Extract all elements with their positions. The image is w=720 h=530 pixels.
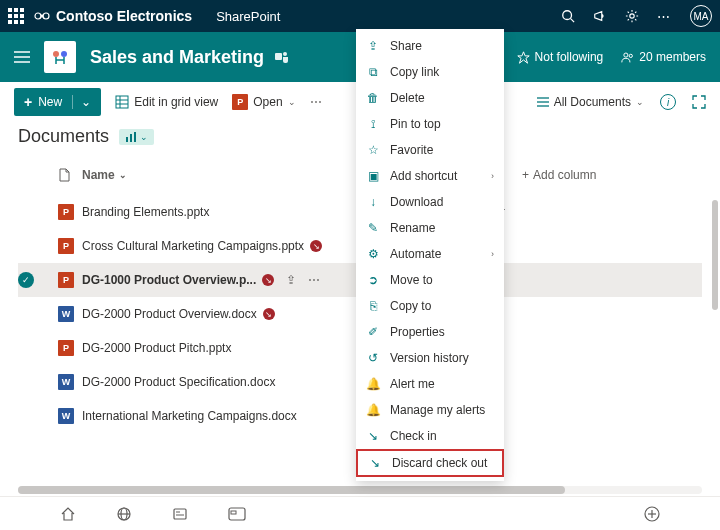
menu-favorite[interactable]: ☆Favorite — [356, 137, 504, 163]
share-icon[interactable]: ⇪ — [286, 273, 296, 287]
file-type-column[interactable] — [58, 168, 82, 182]
svg-point-13 — [629, 54, 632, 57]
menu-automate[interactable]: ⚙Automate› — [356, 241, 504, 267]
menu-discard-check-out[interactable]: ↘Discard check out — [356, 449, 504, 477]
menu-move-to[interactable]: ➲Move to — [356, 267, 504, 293]
svg-rect-14 — [116, 96, 128, 108]
file-name[interactable]: DG-2000 Product Overview.docx — [82, 307, 257, 321]
expand-icon[interactable] — [692, 95, 706, 109]
open-button[interactable]: P Open ⌄ — [232, 94, 295, 110]
word-icon: W — [58, 408, 74, 424]
edit-grid-button[interactable]: Edit in grid view — [115, 95, 218, 109]
powerpoint-icon: P — [58, 272, 74, 288]
chevron-down-icon: ⌄ — [140, 132, 148, 142]
download-icon: ↓ — [366, 195, 380, 209]
link-icon: ⧉ — [366, 65, 380, 79]
menu-pin[interactable]: ⟟Pin to top — [356, 111, 504, 137]
chart-icon — [125, 131, 137, 143]
megaphone-icon[interactable] — [593, 9, 607, 23]
svg-point-11 — [283, 52, 287, 56]
copy-icon: ⎘ — [366, 299, 380, 313]
org-brand[interactable]: Contoso Electronics — [34, 8, 192, 24]
plus-icon: + — [522, 168, 529, 182]
site-title[interactable]: Sales and Marketing — [90, 47, 264, 68]
plus-icon: + — [24, 94, 32, 110]
word-icon: W — [58, 306, 74, 322]
menu-download[interactable]: ↓Download — [356, 189, 504, 215]
svg-point-12 — [624, 53, 628, 57]
grid-icon — [115, 95, 129, 109]
hamburger-icon[interactable] — [14, 51, 30, 63]
add-column[interactable]: + Add column — [522, 168, 642, 182]
new-button[interactable]: + New ⌄ — [14, 88, 101, 116]
word-icon: W — [58, 374, 74, 390]
horizontal-scrollbar[interactable] — [18, 486, 702, 494]
more-icon[interactable]: ⋯ — [657, 9, 672, 24]
menu-manage-alerts[interactable]: 🔔Manage my alerts — [356, 397, 504, 423]
menu-properties[interactable]: ✐Properties — [356, 319, 504, 345]
file-name[interactable]: DG-2000 Product Pitch.pptx — [82, 341, 231, 355]
checked-out-badge: ↘ — [262, 274, 274, 286]
powerpoint-icon: P — [58, 204, 74, 220]
menu-share[interactable]: ⇪Share — [356, 33, 504, 59]
svg-point-2 — [563, 11, 572, 20]
menu-copy-to[interactable]: ⎘Copy to — [356, 293, 504, 319]
file-name[interactable]: Branding Elements.pptx — [82, 205, 209, 219]
vertical-scrollbar[interactable] — [712, 200, 718, 310]
site-logo-icon — [49, 46, 71, 68]
svg-point-1 — [43, 13, 49, 19]
automate-icon: ⚙ — [366, 247, 380, 261]
share-icon: ⇪ — [366, 39, 380, 53]
teams-icon[interactable] — [274, 49, 290, 65]
chart-view-button[interactable]: ⌄ — [119, 129, 154, 145]
manage-alerts-icon: 🔔 — [366, 403, 380, 417]
rename-icon: ✎ — [366, 221, 380, 235]
info-icon[interactable]: i — [660, 94, 676, 110]
menu-copy-link[interactable]: ⧉Copy link — [356, 59, 504, 85]
news-icon[interactable] — [172, 506, 188, 522]
checked-out-badge: ↘ — [310, 240, 322, 252]
add-icon[interactable] — [644, 506, 660, 522]
card-icon[interactable] — [228, 507, 246, 521]
submenu-arrow-icon: › — [491, 171, 494, 181]
properties-icon: ✐ — [366, 325, 380, 339]
svg-rect-21 — [126, 137, 128, 142]
discard-icon: ↘ — [368, 456, 382, 470]
members-button[interactable]: 20 members — [621, 50, 706, 64]
menu-alert-me[interactable]: 🔔Alert me — [356, 371, 504, 397]
app-name[interactable]: SharePoint — [216, 9, 280, 24]
follow-button[interactable]: Not following — [517, 50, 604, 64]
svg-line-3 — [571, 19, 575, 23]
star-icon: ☆ — [366, 143, 380, 157]
menu-rename[interactable]: ✎Rename — [356, 215, 504, 241]
move-icon: ➲ — [366, 273, 380, 287]
menu-version-history[interactable]: ↺Version history — [356, 345, 504, 371]
powerpoint-icon: P — [58, 340, 74, 356]
settings-icon[interactable] — [625, 9, 639, 23]
app-launcher-icon[interactable] — [8, 8, 24, 24]
suite-bar: Contoso Electronics SharePoint ⋯ MA — [0, 0, 720, 32]
row-check[interactable]: ✓ — [18, 272, 34, 288]
org-logo-icon — [34, 8, 50, 24]
menu-delete[interactable]: 🗑Delete — [356, 85, 504, 111]
menu-check-in[interactable]: ↘Check in — [356, 423, 504, 449]
file-name[interactable]: DG-1000 Product Overview.p... — [82, 273, 256, 287]
more-icon[interactable]: ⋯ — [308, 273, 320, 287]
scrollbar-thumb[interactable] — [18, 486, 565, 494]
svg-point-9 — [61, 51, 67, 57]
file-name[interactable]: DG-2000 Product Specification.docx — [82, 375, 275, 389]
chevron-down-icon: ⌄ — [636, 97, 644, 107]
file-name[interactable]: International Marketing Campaigns.docx — [82, 409, 297, 423]
search-icon[interactable] — [561, 9, 575, 23]
avatar[interactable]: MA — [690, 5, 712, 27]
more-commands-button[interactable]: ⋯ — [310, 95, 322, 109]
powerpoint-icon: P — [58, 238, 74, 254]
svg-rect-31 — [231, 511, 236, 514]
view-selector[interactable]: All Documents ⌄ — [537, 95, 644, 109]
globe-icon[interactable] — [116, 506, 132, 522]
star-icon — [517, 51, 530, 64]
site-logo[interactable] — [44, 41, 76, 73]
home-icon[interactable] — [60, 506, 76, 522]
menu-add-shortcut[interactable]: ▣Add shortcut› — [356, 163, 504, 189]
file-name[interactable]: Cross Cultural Marketing Campaigns.pptx — [82, 239, 304, 253]
